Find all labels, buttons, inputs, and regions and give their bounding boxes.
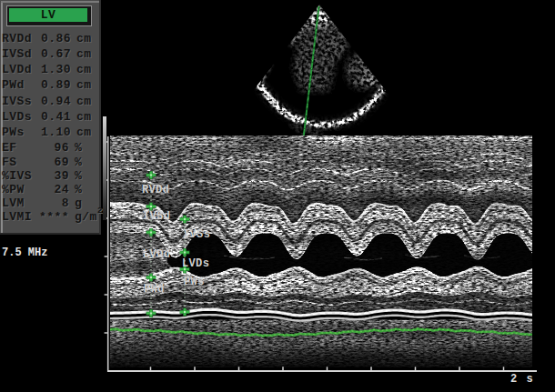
svg-text:PWd: PWd bbox=[144, 283, 165, 296]
svg-text:LVDs: LVDs bbox=[182, 257, 209, 270]
svg-text:PWs: PWs bbox=[184, 276, 205, 288]
svg-text:RVDd: RVDd bbox=[142, 184, 169, 196]
svg-text:LVDd: LVDd bbox=[143, 248, 170, 261]
svg-text:IVSs: IVSs bbox=[183, 228, 210, 241]
svg-text:IVSd: IVSd bbox=[143, 210, 170, 223]
